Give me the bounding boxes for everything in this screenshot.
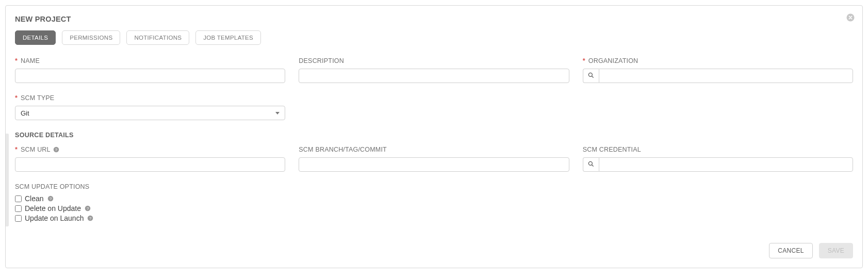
scm-branch-label: SCM BRANCH/TAG/COMMIT [299,146,569,153]
name-label: *NAME [15,57,285,64]
update-on-launch-checkbox[interactable] [15,215,22,222]
source-details-heading: SOURCE DETAILS [15,132,853,139]
tab-permissions: PERMISSIONS [62,30,120,45]
help-icon[interactable]: ? [84,205,91,212]
svg-text:?: ? [87,206,89,211]
option-update-on-launch[interactable]: Update on Launch ? [15,214,853,222]
organization-search-button[interactable] [583,69,599,83]
new-project-panel: NEW PROJECT DETAILS PERMISSIONS NOTIFICA… [5,5,863,268]
scm-url-label: *SCM URL ? [15,146,285,153]
scm-url-label-text: SCM URL [21,146,51,153]
scm-credential-field[interactable] [599,157,853,172]
organization-label-text: ORGANIZATION [588,57,638,64]
cancel-button[interactable]: CANCEL [769,243,812,258]
svg-point-1 [588,73,592,76]
clean-label: Clean [25,194,44,203]
update-on-launch-label: Update on Launch [25,214,84,222]
svg-text:?: ? [55,148,57,152]
left-accent-bar [6,134,9,226]
description-label: DESCRIPTION [299,57,569,64]
scm-type-label: *SCM TYPE [15,94,285,102]
scm-url-field[interactable] [15,157,285,172]
clean-checkbox[interactable] [15,195,22,202]
svg-point-5 [588,161,592,165]
scm-update-options: Clean ? Delete on Update ? Update on Lau… [15,194,853,222]
chevron-down-icon [275,112,280,115]
organization-field[interactable] [599,69,853,83]
scm-type-value: Git [21,109,29,117]
scm-update-options-label: SCM UPDATE OPTIONS [15,183,853,190]
name-label-text: NAME [21,57,40,64]
scm-credential-label: SCM CREDENTIAL [583,146,853,153]
name-field[interactable] [15,69,285,83]
close-icon[interactable] [846,13,855,22]
scm-branch-field[interactable] [299,157,569,172]
option-clean[interactable]: Clean ? [15,194,853,203]
option-delete-on-update[interactable]: Delete on Update ? [15,204,853,212]
tab-details[interactable]: DETAILS [15,30,56,45]
svg-text:?: ? [89,216,91,221]
description-field[interactable] [299,69,569,83]
tabs: DETAILS PERMISSIONS NOTIFICATIONS JOB TE… [15,30,853,45]
tab-job-templates: JOB TEMPLATES [195,30,261,45]
search-icon [587,72,595,80]
scm-type-label-text: SCM TYPE [21,94,54,102]
svg-line-2 [592,76,593,77]
save-button[interactable]: SAVE [819,243,853,258]
svg-line-6 [592,165,593,166]
delete-on-update-checkbox[interactable] [15,205,22,212]
svg-text:?: ? [49,197,51,201]
search-icon [587,160,595,169]
tab-notifications: NOTIFICATIONS [126,30,189,45]
help-icon[interactable]: ? [87,215,94,222]
delete-on-update-label: Delete on Update [25,204,81,212]
help-icon[interactable]: ? [53,146,60,153]
organization-label: *ORGANIZATION [583,57,853,64]
help-icon[interactable]: ? [47,195,54,202]
scm-credential-search-button[interactable] [583,157,599,172]
page-title: NEW PROJECT [15,15,853,23]
scm-type-select[interactable]: Git [15,106,285,120]
